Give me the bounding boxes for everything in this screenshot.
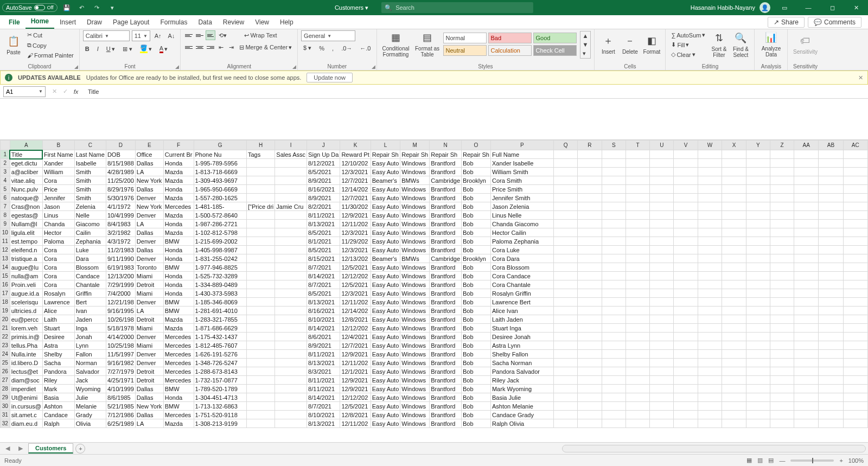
search-box[interactable]: 🔍 Search [381, 2, 533, 13]
cell[interactable] [722, 315, 746, 324]
cell[interactable]: Windows [400, 185, 430, 194]
cell[interactable] [553, 159, 577, 168]
cell[interactable]: Hector [42, 228, 74, 237]
cell[interactable] [698, 254, 722, 263]
cell[interactable] [246, 176, 275, 185]
cell[interactable]: Candace [42, 411, 74, 419]
cell[interactable] [770, 272, 794, 280]
cell[interactable]: Easy Auto [371, 419, 400, 428]
enter-formula-icon[interactable]: ✓ [60, 86, 71, 97]
cell[interactable] [602, 202, 626, 211]
cell[interactable] [819, 202, 843, 211]
cell[interactable]: 1-405-998-9987 [194, 246, 246, 254]
cell[interactable] [275, 211, 307, 220]
tab-home[interactable]: Home [25, 15, 54, 29]
cell[interactable] [819, 246, 843, 254]
cell[interactable]: Easy Auto [371, 228, 400, 237]
autosave-toggle[interactable]: AutoSave Off [2, 3, 58, 12]
cell[interactable] [770, 185, 794, 194]
cell[interactable] [843, 272, 867, 280]
cell[interactable]: 12/13/202 [340, 254, 371, 263]
cell[interactable] [674, 289, 698, 298]
cell[interactable]: First Name [42, 150, 74, 159]
col-header[interactable]: E [135, 141, 163, 150]
cell[interactable]: Smith [74, 185, 106, 194]
cell[interactable] [650, 168, 674, 176]
cell[interactable] [626, 220, 649, 228]
cell[interactable]: Bob [462, 159, 491, 168]
cell[interactable]: Mercedes [163, 202, 194, 211]
cell[interactable] [553, 211, 577, 220]
cell[interactable]: 1-430-373-5983 [194, 289, 246, 298]
cell[interactable] [819, 324, 843, 333]
bold-button[interactable]: B [83, 44, 92, 53]
cell[interactable] [553, 307, 577, 315]
increase-indent-icon[interactable]: ⇥ [227, 43, 236, 52]
cell[interactable] [674, 272, 698, 280]
cell[interactable] [674, 254, 698, 263]
fill-button[interactable]: ⬇Fill ▾ [669, 40, 707, 49]
cell[interactable] [698, 220, 722, 228]
cell[interactable]: Repair Sh [430, 150, 462, 159]
cell[interactable]: Windows [400, 168, 430, 176]
percent-format-icon[interactable]: % [317, 44, 327, 53]
format-as-table-button[interactable]: ▤Format as Table [414, 30, 441, 59]
cell[interactable]: Salvador [74, 367, 106, 376]
cell[interactable] [794, 324, 819, 333]
decrease-decimal-icon[interactable]: ←.0 [358, 44, 373, 53]
cell[interactable] [722, 159, 746, 168]
col-header[interactable]: AB [819, 141, 843, 150]
cancel-formula-icon[interactable]: ✕ [49, 86, 60, 97]
col-header[interactable]: G [194, 141, 246, 150]
cell[interactable]: 12/12/202 [340, 324, 371, 333]
cell[interactable] [650, 185, 674, 194]
row-header[interactable]: 27 [1, 376, 10, 385]
cell[interactable]: 8/13/2021 [307, 220, 340, 228]
cell[interactable]: Brantford [430, 159, 462, 168]
cell[interactable]: Jonah [74, 333, 106, 341]
cell[interactable] [722, 211, 746, 220]
cell[interactable] [819, 341, 843, 350]
cell[interactable]: lectus@et [10, 367, 42, 376]
cell[interactable] [794, 315, 819, 324]
cell[interactable] [246, 289, 275, 298]
cell[interactable]: 1-525-732-3289 [194, 272, 246, 280]
col-header[interactable]: A [10, 141, 42, 150]
cell[interactable]: New York [135, 176, 163, 185]
cell[interactable]: Ivan [74, 307, 106, 315]
cell[interactable]: BMWs [400, 176, 430, 185]
cell[interactable]: 12/3/2021 [340, 228, 371, 237]
cell[interactable]: Ralph [42, 419, 74, 428]
cell[interactable]: 12/13/200 [106, 272, 135, 280]
cell[interactable]: Smith [74, 194, 106, 202]
cell[interactable] [602, 168, 626, 176]
cell[interactable]: Easy Auto [371, 211, 400, 220]
maximize-icon[interactable]: ◻ [822, 0, 842, 15]
cell[interactable]: Bob [462, 298, 491, 307]
cell[interactable] [578, 246, 602, 254]
cell[interactable] [578, 333, 602, 341]
cell[interactable]: 12/3/2021 [340, 289, 371, 298]
cell[interactable]: primis.in@ [10, 333, 42, 341]
cell[interactable] [275, 333, 307, 341]
cell[interactable] [794, 385, 819, 393]
row-header[interactable]: 22 [1, 333, 10, 341]
cell[interactable] [794, 350, 819, 359]
cell[interactable] [819, 185, 843, 194]
col-header[interactable]: C [74, 141, 106, 150]
cell[interactable] [722, 246, 746, 254]
cell[interactable]: Desiree [42, 333, 74, 341]
cell[interactable] [746, 315, 770, 324]
cell[interactable] [674, 228, 698, 237]
cell[interactable] [698, 315, 722, 324]
cell[interactable] [746, 202, 770, 211]
cell[interactable]: 12/5/2021 [340, 263, 371, 272]
cell[interactable] [674, 211, 698, 220]
cell[interactable] [578, 220, 602, 228]
cell[interactable] [746, 393, 770, 402]
cell[interactable]: est.tempo [10, 237, 42, 246]
cell[interactable] [553, 228, 577, 237]
cell[interactable] [650, 411, 674, 419]
user-avatar-icon[interactable]: 👤 [760, 2, 770, 13]
cell[interactable] [650, 246, 674, 254]
